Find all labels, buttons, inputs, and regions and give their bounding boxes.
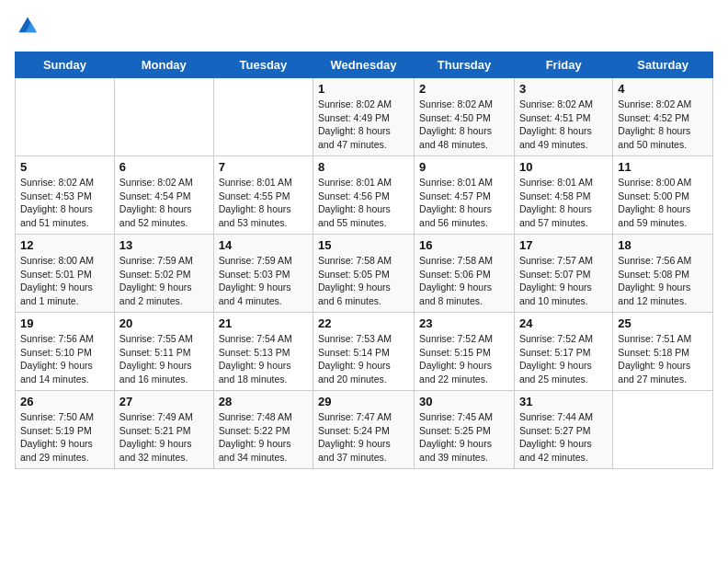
calendar-day-cell: 13Sunrise: 7:59 AM Sunset: 5:02 PM Dayli… [114, 235, 213, 313]
day-number: 6 [119, 160, 209, 174]
header [15, 15, 713, 40]
day-info: Sunrise: 8:02 AM Sunset: 4:50 PM Dayligh… [419, 98, 509, 152]
day-info: Sunrise: 7:50 AM Sunset: 5:19 PM Dayligh… [20, 410, 109, 465]
weekday-header: Friday [514, 52, 612, 78]
calendar-day-cell: 5Sunrise: 8:02 AM Sunset: 4:53 PM Daylig… [16, 156, 115, 235]
day-number: 13 [119, 238, 209, 252]
calendar-day-cell: 14Sunrise: 7:59 AM Sunset: 5:03 PM Dayli… [213, 235, 313, 313]
calendar-day-cell: 31Sunrise: 7:44 AM Sunset: 5:27 PM Dayli… [514, 391, 612, 469]
logo-icon [17, 15, 39, 37]
calendar-day-cell: 3Sunrise: 8:02 AM Sunset: 4:51 PM Daylig… [514, 78, 612, 156]
day-info: Sunrise: 8:02 AM Sunset: 4:49 PM Dayligh… [318, 98, 409, 152]
day-number: 14 [219, 238, 308, 252]
day-info: Sunrise: 7:49 AM Sunset: 5:21 PM Dayligh… [119, 410, 209, 465]
day-info: Sunrise: 7:56 AM Sunset: 5:08 PM Dayligh… [618, 254, 708, 308]
day-info: Sunrise: 7:58 AM Sunset: 5:06 PM Dayligh… [419, 254, 509, 308]
day-number: 5 [20, 160, 109, 174]
day-info: Sunrise: 7:51 AM Sunset: 5:18 PM Dayligh… [618, 332, 708, 386]
calendar-day-cell [613, 391, 713, 469]
day-number: 2 [419, 82, 509, 96]
weekday-row: SundayMondayTuesdayWednesdayThursdayFrid… [16, 52, 713, 78]
day-number: 1 [318, 82, 409, 96]
day-info: Sunrise: 7:59 AM Sunset: 5:02 PM Dayligh… [119, 254, 209, 308]
day-number: 8 [318, 160, 409, 174]
day-number: 22 [318, 316, 409, 330]
calendar-day-cell: 25Sunrise: 7:51 AM Sunset: 5:18 PM Dayli… [613, 313, 713, 391]
calendar-week-row: 19Sunrise: 7:56 AM Sunset: 5:10 PM Dayli… [16, 313, 713, 391]
day-info: Sunrise: 8:01 AM Sunset: 4:57 PM Dayligh… [419, 176, 509, 230]
calendar-week-row: 26Sunrise: 7:50 AM Sunset: 5:19 PM Dayli… [16, 391, 713, 469]
day-info: Sunrise: 7:44 AM Sunset: 5:27 PM Dayligh… [519, 410, 608, 465]
day-info: Sunrise: 8:00 AM Sunset: 5:01 PM Dayligh… [20, 254, 109, 308]
day-info: Sunrise: 8:02 AM Sunset: 4:51 PM Dayligh… [519, 98, 608, 152]
calendar-day-cell: 24Sunrise: 7:52 AM Sunset: 5:17 PM Dayli… [514, 313, 612, 391]
calendar-day-cell: 9Sunrise: 8:01 AM Sunset: 4:57 PM Daylig… [415, 156, 515, 235]
day-number: 11 [618, 160, 708, 174]
calendar-day-cell: 18Sunrise: 7:56 AM Sunset: 5:08 PM Dayli… [613, 235, 713, 313]
day-number: 7 [219, 160, 308, 174]
day-info: Sunrise: 7:55 AM Sunset: 5:11 PM Dayligh… [119, 332, 209, 386]
calendar-table: SundayMondayTuesdayWednesdayThursdayFrid… [15, 52, 713, 469]
day-info: Sunrise: 7:48 AM Sunset: 5:22 PM Dayligh… [219, 410, 308, 465]
calendar-day-cell [16, 78, 115, 156]
calendar-day-cell: 27Sunrise: 7:49 AM Sunset: 5:21 PM Dayli… [114, 391, 213, 469]
day-info: Sunrise: 7:52 AM Sunset: 5:15 PM Dayligh… [419, 332, 509, 386]
day-info: Sunrise: 8:00 AM Sunset: 5:00 PM Dayligh… [618, 176, 708, 230]
calendar-week-row: 1Sunrise: 8:02 AM Sunset: 4:49 PM Daylig… [16, 78, 713, 156]
calendar-day-cell: 30Sunrise: 7:45 AM Sunset: 5:25 PM Dayli… [415, 391, 515, 469]
calendar-day-cell: 19Sunrise: 7:56 AM Sunset: 5:10 PM Dayli… [16, 313, 115, 391]
day-number: 25 [618, 316, 708, 330]
day-number: 12 [20, 238, 109, 252]
day-number: 3 [519, 82, 608, 96]
calendar-day-cell: 7Sunrise: 8:01 AM Sunset: 4:55 PM Daylig… [213, 156, 313, 235]
day-number: 16 [419, 238, 509, 252]
calendar-day-cell: 16Sunrise: 7:58 AM Sunset: 5:06 PM Dayli… [415, 235, 515, 313]
day-number: 29 [318, 395, 409, 408]
weekday-header: Wednesday [313, 52, 415, 78]
weekday-header: Thursday [415, 52, 515, 78]
day-info: Sunrise: 8:01 AM Sunset: 4:56 PM Dayligh… [318, 176, 409, 230]
day-info: Sunrise: 8:01 AM Sunset: 4:55 PM Dayligh… [219, 176, 308, 230]
day-number: 21 [219, 316, 308, 330]
calendar-day-cell: 15Sunrise: 7:58 AM Sunset: 5:05 PM Dayli… [313, 235, 415, 313]
day-number: 28 [219, 395, 308, 408]
weekday-header: Sunday [16, 52, 115, 78]
day-info: Sunrise: 7:57 AM Sunset: 5:07 PM Dayligh… [519, 254, 608, 308]
day-info: Sunrise: 8:01 AM Sunset: 4:58 PM Dayligh… [519, 176, 608, 230]
day-number: 10 [519, 160, 608, 174]
weekday-header: Tuesday [213, 52, 313, 78]
calendar-day-cell: 2Sunrise: 8:02 AM Sunset: 4:50 PM Daylig… [415, 78, 515, 156]
calendar-day-cell: 4Sunrise: 8:02 AM Sunset: 4:52 PM Daylig… [613, 78, 713, 156]
logo [15, 15, 39, 40]
calendar-day-cell: 28Sunrise: 7:48 AM Sunset: 5:22 PM Dayli… [213, 391, 313, 469]
calendar-week-row: 12Sunrise: 8:00 AM Sunset: 5:01 PM Dayli… [16, 235, 713, 313]
day-number: 27 [119, 395, 209, 408]
day-number: 30 [419, 395, 509, 408]
calendar-week-row: 5Sunrise: 8:02 AM Sunset: 4:53 PM Daylig… [16, 156, 713, 235]
day-number: 17 [519, 238, 608, 252]
calendar-day-cell [114, 78, 213, 156]
calendar-header: SundayMondayTuesdayWednesdayThursdayFrid… [16, 52, 713, 78]
day-info: Sunrise: 7:59 AM Sunset: 5:03 PM Dayligh… [219, 254, 308, 308]
calendar-body: 1Sunrise: 8:02 AM Sunset: 4:49 PM Daylig… [16, 78, 713, 469]
day-number: 18 [618, 238, 708, 252]
day-number: 9 [419, 160, 509, 174]
calendar-day-cell: 6Sunrise: 8:02 AM Sunset: 4:54 PM Daylig… [114, 156, 213, 235]
day-number: 26 [20, 395, 109, 408]
day-info: Sunrise: 7:52 AM Sunset: 5:17 PM Dayligh… [519, 332, 608, 386]
weekday-header: Saturday [613, 52, 713, 78]
day-number: 15 [318, 238, 409, 252]
day-info: Sunrise: 7:47 AM Sunset: 5:24 PM Dayligh… [318, 410, 409, 465]
day-number: 23 [419, 316, 509, 330]
day-info: Sunrise: 8:02 AM Sunset: 4:54 PM Dayligh… [119, 176, 209, 230]
calendar-day-cell: 11Sunrise: 8:00 AM Sunset: 5:00 PM Dayli… [613, 156, 713, 235]
calendar-day-cell: 29Sunrise: 7:47 AM Sunset: 5:24 PM Dayli… [313, 391, 415, 469]
weekday-header: Monday [114, 52, 213, 78]
day-info: Sunrise: 7:45 AM Sunset: 5:25 PM Dayligh… [419, 410, 509, 465]
day-number: 19 [20, 316, 109, 330]
day-info: Sunrise: 7:53 AM Sunset: 5:14 PM Dayligh… [318, 332, 409, 386]
calendar-day-cell: 8Sunrise: 8:01 AM Sunset: 4:56 PM Daylig… [313, 156, 415, 235]
day-number: 4 [618, 82, 708, 96]
day-info: Sunrise: 7:56 AM Sunset: 5:10 PM Dayligh… [20, 332, 109, 386]
calendar-day-cell [213, 78, 313, 156]
